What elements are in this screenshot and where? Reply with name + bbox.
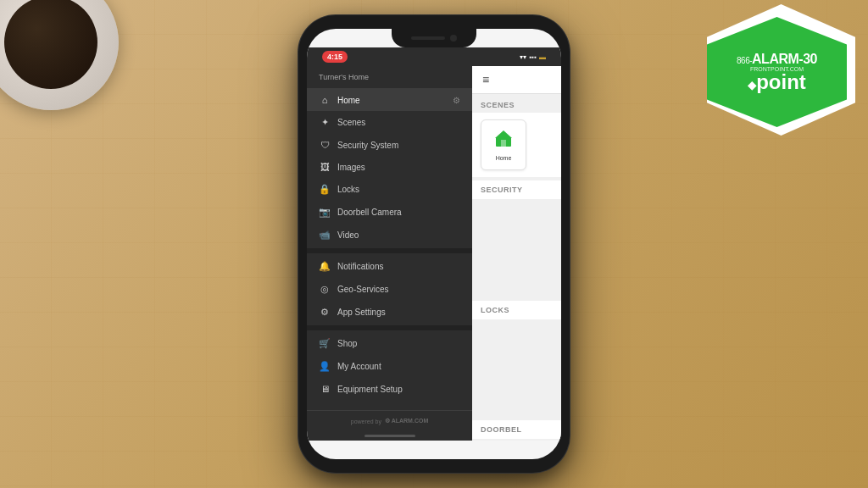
phone-notch: [392, 29, 476, 47]
home-icon: ⌂: [319, 95, 331, 105]
battery-icon: ▬: [539, 53, 546, 61]
frontpoint-sign: 866-866-ALARM-30ALARM-30 FRONTPOINT.COM …: [682, 0, 851, 127]
sidebar-item-locks[interactable]: 🔒 Locks: [307, 178, 472, 201]
frontpoint-brand: ◆point: [748, 72, 806, 92]
frontpoint-url: FRONTPOINT.COM: [750, 66, 804, 72]
home-indicator-bar: [364, 435, 415, 437]
app-settings-icon: ⚙: [319, 307, 331, 318]
sidebar-item-shop[interactable]: 🛒 Shop: [307, 332, 472, 355]
content-spacer: [472, 201, 561, 301]
signal-icon: ▪▪▪: [529, 53, 537, 61]
sidebar-item-security-label: Security System: [337, 141, 398, 150]
doorbell-section-header: DOORBEL: [472, 420, 561, 439]
equipment-icon: 🖥: [319, 384, 331, 394]
doorbell-icon: 📷: [319, 207, 331, 218]
drawer-footer: powered by ⚙ ALARM.COM: [307, 410, 472, 431]
drawer-separator-1: [307, 248, 472, 253]
phone-device: 4:15 ▾▾ ▪▪▪ ▬ Turner's Home ⌂ Home ⚙: [298, 15, 570, 473]
scene-home-icon: [494, 129, 513, 152]
security-section-header: SECURITY: [472, 180, 561, 199]
navigation-drawer: Turner's Home ⌂ Home ⚙ ✦ Scenes 🛡 Securi…: [307, 66, 472, 441]
sidebar-item-security[interactable]: 🛡 Security System: [307, 134, 472, 156]
gear-icon[interactable]: ⚙: [453, 96, 460, 105]
sidebar-item-home[interactable]: ⌂ Home ⚙: [307, 89, 472, 111]
content-spacer-2: [472, 321, 561, 421]
sidebar-item-video[interactable]: 📹 Video: [307, 224, 472, 247]
svg-marker-1: [495, 130, 512, 138]
status-icons: ▾▾ ▪▪▪ ▬: [520, 53, 546, 61]
video-icon: 📹: [319, 230, 331, 241]
sidebar-item-app-settings-label: App Settings: [337, 308, 386, 317]
security-icon: 🛡: [319, 140, 331, 150]
sidebar-item-scenes-label: Scenes: [337, 118, 365, 127]
notifications-icon: 🔔: [319, 261, 331, 272]
locks-icon: 🔒: [319, 184, 331, 195]
sidebar-item-equipment-label: Equipment Setup: [337, 385, 403, 394]
sidebar-item-locks-label: Locks: [337, 185, 359, 194]
main-header: ≡: [472, 66, 561, 94]
scene-card-home-label: Home: [496, 155, 512, 161]
notch-camera: [450, 35, 457, 42]
coffee-cup: [0, 0, 119, 110]
sidebar-item-scenes[interactable]: ✦ Scenes: [307, 111, 472, 134]
locks-section-header: LOCKS: [472, 301, 561, 319]
sidebar-item-geo-label: Geo-Services: [337, 285, 389, 294]
sidebar-item-geo[interactable]: ◎ Geo-Services: [307, 278, 472, 301]
sidebar-item-doorbell-label: Doorbell Camera: [337, 208, 402, 217]
sidebar-item-home-label: Home: [337, 96, 360, 105]
drawer-header: Turner's Home: [307, 66, 472, 89]
scenes-section-header: SCENES: [472, 94, 561, 113]
sidebar-item-account[interactable]: 👤 My Account: [307, 355, 472, 378]
sidebar-item-equipment[interactable]: 🖥 Equipment Setup: [307, 378, 472, 400]
status-time: 4:15: [322, 51, 348, 63]
geo-icon: ◎: [319, 284, 331, 295]
svg-rect-2: [501, 140, 506, 147]
sidebar-item-shop-label: Shop: [337, 339, 357, 348]
images-icon: 🖼: [319, 162, 331, 172]
hamburger-icon[interactable]: ≡: [482, 73, 489, 86]
notch-speaker: [411, 36, 445, 40]
sidebar-item-video-label: Video: [337, 230, 359, 240]
scene-card-home[interactable]: Home: [481, 119, 526, 170]
shop-icon: 🛒: [319, 338, 331, 349]
main-content-panel: ≡ SCENES: [472, 66, 561, 441]
sidebar-item-account-label: My Account: [337, 362, 381, 371]
sidebar-item-images[interactable]: 🖼 Images: [307, 156, 472, 178]
powered-by-text: powered by: [351, 419, 381, 424]
scenes-section: SCENES: [472, 94, 561, 180]
wifi-icon: ▾▾: [520, 53, 526, 61]
app-content: Turner's Home ⌂ Home ⚙ ✦ Scenes 🛡 Securi…: [307, 66, 561, 441]
status-bar: 4:15 ▾▾ ▪▪▪ ▬: [307, 47, 561, 66]
scenes-icon: ✦: [319, 117, 331, 128]
home-scene-svg: [494, 129, 513, 147]
sidebar-item-images-label: Images: [337, 163, 365, 172]
phone-screen: 4:15 ▾▾ ▪▪▪ ▬ Turner's Home ⌂ Home ⚙: [307, 29, 561, 459]
home-name: Turner's Home: [319, 73, 460, 81]
drawer-separator-2: [307, 325, 472, 330]
alarm-logo: ⚙ ALARM.COM: [385, 418, 428, 424]
sidebar-item-doorbell[interactable]: 📷 Doorbell Camera: [307, 201, 472, 224]
account-icon: 👤: [319, 361, 331, 372]
scenes-cards-area: Home: [472, 113, 561, 177]
sidebar-item-notifications-label: Notifications: [337, 262, 383, 271]
sidebar-item-app-settings[interactable]: ⚙ App Settings: [307, 301, 472, 324]
sidebar-item-notifications[interactable]: 🔔 Notifications: [307, 255, 472, 278]
